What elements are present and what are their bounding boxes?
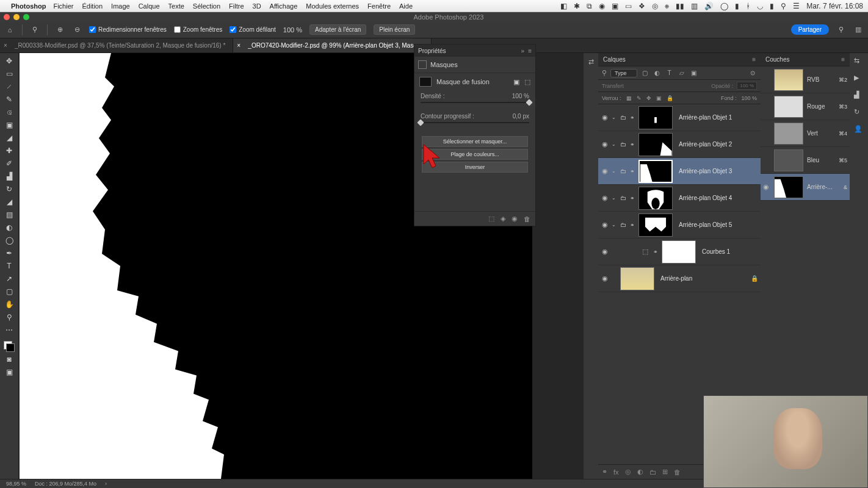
- tray-icon[interactable]: 🔊: [704, 2, 714, 10]
- move-tool[interactable]: ✥: [2, 56, 16, 66]
- screen-mode-icon[interactable]: ▣: [2, 367, 16, 378]
- ellipsis-icon[interactable]: ⋯: [2, 325, 16, 336]
- brush-tool[interactable]: ✐: [2, 158, 16, 169]
- layer-name[interactable]: Arrière-plan Objet 1: [679, 114, 732, 121]
- eraser-tool[interactable]: ◢: [2, 196, 16, 207]
- tray-icon[interactable]: ◧: [560, 2, 567, 10]
- wifi-icon[interactable]: ◡: [757, 2, 763, 10]
- tray-icon[interactable]: ⧉: [587, 2, 592, 10]
- mask-thumbnail[interactable]: [638, 160, 673, 183]
- quick-mask-icon[interactable]: ◙: [2, 354, 16, 365]
- layer-row[interactable]: ◉⌄🗀⚭ Arrière-plan Objet 5: [598, 212, 761, 239]
- channel-row[interactable]: ◉ Arrière-...&: [761, 174, 850, 201]
- user-icon[interactable]: 👤: [854, 125, 864, 135]
- tray-icon[interactable]: ▭: [625, 2, 632, 10]
- tray-icon[interactable]: ◎: [652, 2, 658, 10]
- disable-mask-icon[interactable]: ◉: [512, 215, 518, 223]
- path-tool[interactable]: ↗: [2, 273, 16, 284]
- zoom-tool[interactable]: ⚲: [2, 312, 16, 323]
- visibility-icon[interactable]: ◉: [601, 248, 609, 256]
- filter-shape-icon[interactable]: ▱: [678, 69, 686, 77]
- histogram-icon[interactable]: ▟: [854, 91, 864, 101]
- fit-screen-button[interactable]: Adapter à l'écran: [309, 24, 366, 35]
- layer-row[interactable]: ◉⌄🗀⚭ Arrière-plan Objet 1: [598, 104, 761, 131]
- zoom-out-icon[interactable]: ⊖: [72, 25, 82, 35]
- channel-row[interactable]: RVB⌘2: [761, 66, 850, 93]
- mask-thumbnail[interactable]: [638, 106, 673, 129]
- mask-thumb[interactable]: [419, 77, 432, 87]
- doc-size[interactable]: Doc : 206,9 Mo/285,4 Mo: [35, 481, 96, 487]
- lock-all-icon[interactable]: 🔒: [667, 95, 673, 101]
- collapse-icon[interactable]: »: [521, 48, 525, 54]
- mask-mode-icon[interactable]: [418, 60, 427, 69]
- arrange-icon[interactable]: ⇆: [854, 57, 864, 66]
- menu-image[interactable]: Image: [111, 2, 130, 10]
- panel-menu-icon[interactable]: ≡: [752, 56, 756, 63]
- panel-menu-icon[interactable]: ≡: [841, 56, 845, 63]
- adjustment-icon[interactable]: ◐: [637, 468, 643, 476]
- filter-smart-icon[interactable]: ▣: [690, 69, 698, 77]
- feather-slider[interactable]: [421, 122, 529, 123]
- menu-3d[interactable]: 3D: [253, 2, 261, 10]
- density-slider[interactable]: [421, 102, 529, 103]
- lock-artboard-icon[interactable]: ▣: [656, 95, 662, 101]
- type-tool[interactable]: T: [2, 260, 16, 271]
- vector-mask-icon[interactable]: ⬚: [524, 78, 530, 86]
- tray-icon[interactable]: ▣: [612, 2, 618, 10]
- mask-thumbnail[interactable]: [638, 133, 673, 156]
- tray-icon[interactable]: ✱: [574, 2, 580, 10]
- gradient-tool[interactable]: ▤: [2, 209, 16, 220]
- tray-icon[interactable]: ❖: [638, 2, 645, 10]
- search-icon[interactable]: ⚲: [836, 25, 846, 35]
- scrubby-zoom-check[interactable]: Zoom défilant: [230, 26, 276, 33]
- new-layer-icon[interactable]: ⊞: [662, 468, 668, 476]
- zoom-in-icon[interactable]: ⊕: [55, 25, 65, 35]
- stamp-tool[interactable]: ▟: [2, 171, 16, 182]
- document-tab[interactable]: ×_R000338-Modifier.psd @ 37,5% (Teinte/S…: [0, 38, 233, 52]
- mask-thumbnail[interactable]: [638, 214, 673, 237]
- load-selection-icon[interactable]: ⬚: [488, 215, 494, 223]
- panel-tab-properties[interactable]: Propriétés»≡: [414, 45, 535, 57]
- menu-window[interactable]: Fenêtre: [367, 2, 391, 10]
- document-tab[interactable]: ×_ORO7420-Modifier-2.psd @ 99% (Arrière-…: [233, 38, 432, 52]
- lock-pixels-icon[interactable]: ✎: [637, 95, 642, 101]
- visibility-icon[interactable]: ◉: [601, 140, 609, 148]
- close-icon[interactable]: ×: [4, 42, 7, 49]
- visibility-icon[interactable]: ◉: [601, 274, 609, 282]
- color-swatch[interactable]: [4, 341, 15, 352]
- layer-name[interactable]: Arrière-plan Objet 5: [679, 221, 732, 228]
- hand-tool[interactable]: ✋: [2, 299, 16, 310]
- menu-app[interactable]: Photoshop: [11, 2, 46, 10]
- chevron-down-icon[interactable]: ⌄: [612, 222, 618, 228]
- zoom-level[interactable]: 98,95 %: [6, 481, 26, 487]
- bluetooth-icon[interactable]: ᚼ: [746, 2, 750, 10]
- tray-icon[interactable]: ⎈: [665, 2, 669, 10]
- dodge-tool[interactable]: ◯: [2, 235, 16, 246]
- filter-adj-icon[interactable]: ◐: [653, 69, 662, 77]
- chevron-down-icon[interactable]: ⌄: [612, 115, 618, 120]
- pixel-mask-icon[interactable]: ▣: [513, 78, 519, 86]
- blur-tool[interactable]: ◐: [2, 222, 16, 233]
- frame-tool[interactable]: ▣: [2, 120, 16, 131]
- trash-icon[interactable]: 🗑: [674, 468, 681, 476]
- feather-value[interactable]: 0,0 px: [513, 113, 529, 120]
- menu-filter[interactable]: Filtre: [229, 2, 244, 10]
- battery-icon[interactable]: ▮: [770, 2, 774, 10]
- home-icon[interactable]: ⌂: [5, 25, 15, 35]
- channel-row[interactable]: Vert⌘4: [761, 120, 850, 147]
- filter-text-icon[interactable]: T: [665, 69, 674, 77]
- close-window[interactable]: [4, 14, 10, 20]
- mask-thumbnail[interactable]: [638, 187, 673, 210]
- opacity-field[interactable]: 100 %: [737, 82, 757, 90]
- eyedropper-tool[interactable]: ◢: [2, 132, 16, 143]
- layer-thumbnail[interactable]: [620, 267, 654, 290]
- layer-name[interactable]: Arrière-plan Objet 3: [679, 168, 732, 174]
- panel-tab-channels[interactable]: Couches≡: [761, 53, 850, 66]
- control-center-icon[interactable]: ☰: [793, 2, 800, 10]
- group-icon[interactable]: 🗀: [649, 468, 656, 476]
- menu-plugins[interactable]: Modules externes: [306, 2, 359, 10]
- visibility-icon[interactable]: ◉: [601, 194, 609, 202]
- chevron-down-icon[interactable]: ⌄: [612, 168, 618, 174]
- filter-pixel-icon[interactable]: ▢: [641, 69, 649, 77]
- fx-icon[interactable]: fx: [613, 468, 619, 476]
